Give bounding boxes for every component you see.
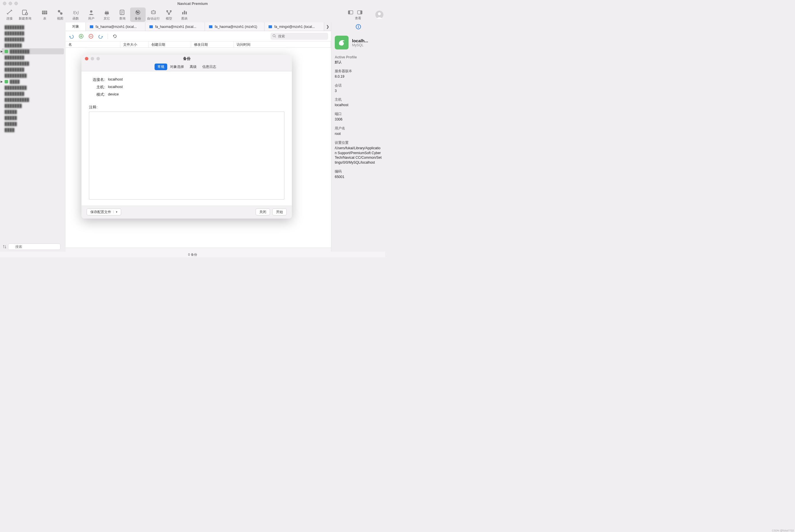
sidebar-item[interactable]: ████████ — [2, 54, 64, 60]
backup-dialog: 备份 常规 对象选择 高级 信息日志 连接名:localhost 主机:loca… — [82, 55, 292, 218]
dialog-title: 备份 — [183, 56, 191, 61]
info-value: root — [335, 131, 382, 136]
tool-chart[interactable]: 图表 — [177, 7, 192, 22]
info-value: /Users/fukai/Library/Application Support… — [335, 146, 382, 165]
tool-backup[interactable]: 备份 — [130, 7, 146, 22]
tool-connection[interactable]: 连接 — [2, 7, 17, 22]
col-name[interactable]: 名 — [66, 41, 120, 48]
tab[interactable]: fa_mingxi@mzxh1 (local... — [265, 22, 324, 31]
svg-text:f(x): f(x) — [73, 11, 79, 15]
tabbar: 对象 fa_haoma@mzxh1 (local... fa_haoma@mzx… — [66, 22, 331, 31]
sidebar-item[interactable]: ▶████████ — [2, 48, 64, 54]
sidebar-item[interactable]: █████████ — [2, 84, 64, 91]
svg-rect-20 — [348, 11, 350, 14]
tool-other[interactable]: 其它 — [99, 7, 114, 22]
panel-left-icon[interactable] — [346, 9, 355, 16]
sidebar-item[interactable]: █████████ — [2, 73, 64, 78]
sidebar-search-input[interactable] — [8, 244, 60, 250]
horizontal-scrollbar[interactable] — [66, 248, 331, 252]
col-created[interactable]: 创建日期 — [148, 41, 191, 48]
user-avatar-icon[interactable] — [375, 11, 383, 19]
tab[interactable]: fa_haoma@mzxh1 (local... — [86, 22, 145, 31]
info-value: 默认 — [335, 60, 382, 65]
tab[interactable]: fa_haoma@mzxh1 (local... — [145, 22, 205, 31]
svg-rect-2 — [42, 11, 47, 14]
info-value: localhost — [335, 103, 382, 108]
start-button[interactable]: 开始 — [272, 208, 287, 215]
tool-view[interactable]: 视图 — [52, 7, 68, 22]
sidebar-item[interactable]: ████████ — [2, 30, 64, 36]
sidebar-item[interactable]: █████ — [2, 109, 64, 115]
info-value: 65001 — [335, 174, 382, 179]
window-zoom-icon[interactable] — [14, 2, 18, 5]
svg-point-3 — [58, 10, 60, 12]
table-icon — [209, 24, 213, 29]
tool-query[interactable]: 查询 — [114, 7, 130, 22]
svg-point-6 — [90, 11, 92, 13]
tab-overflow-icon[interactable]: ❯ — [324, 22, 331, 31]
sidebar-item[interactable]: ████████ — [2, 66, 64, 73]
expand-icon[interactable]: ▶ — [1, 50, 5, 53]
tool-new-query[interactable]: 新建查询 — [17, 7, 33, 22]
tool-model[interactable]: 模型 — [161, 7, 177, 22]
dialog-tab-objects[interactable]: 对象选择 — [167, 63, 187, 70]
dialog-tab-general[interactable]: 常规 — [155, 63, 167, 70]
sidebar-item[interactable]: ████████ — [2, 36, 64, 42]
window-close-icon[interactable] — [3, 2, 6, 5]
tool-function[interactable]: f(x)函数 — [68, 7, 84, 22]
svg-rect-18 — [186, 12, 187, 14]
sort-icon[interactable] — [3, 245, 6, 249]
svg-rect-14 — [170, 11, 171, 12]
add-icon[interactable] — [78, 33, 84, 39]
col-accessed[interactable]: 访问时间 — [234, 41, 331, 48]
dialog-close-icon[interactable] — [85, 57, 88, 60]
dialog-tab-log[interactable]: 信息日志 — [199, 63, 219, 70]
view-label: 查看 — [355, 16, 361, 20]
tool-table[interactable]: 表 — [37, 7, 52, 22]
sidebar-item[interactable]: ████ — [2, 127, 64, 133]
panel-right-icon[interactable] — [356, 9, 364, 16]
statusbar: 0 备份 — [0, 252, 385, 258]
save-profile-button[interactable]: 保存配置文件 — [87, 208, 121, 215]
info-label: 用户名 — [335, 126, 382, 131]
sidebar-item[interactable]: █████ — [2, 121, 64, 127]
svg-rect-16 — [182, 12, 183, 14]
sidebar-item[interactable]: ████████ — [2, 24, 64, 30]
sidebar-item[interactable]: ██████████ — [2, 97, 64, 103]
window-minimize-icon[interactable] — [8, 2, 12, 5]
form-label-schema: 模式: — [89, 92, 105, 97]
content-search-input[interactable] — [271, 33, 328, 40]
tool-automation[interactable]: 自动运行 — [146, 7, 161, 22]
tab[interactable]: fa_haoma@mzxh1 (mzxh1) — [205, 22, 265, 31]
svg-rect-10 — [151, 11, 156, 14]
expand-icon[interactable]: ▶ — [1, 80, 5, 83]
svg-rect-7 — [105, 12, 109, 14]
tab-objects[interactable]: 对象 — [66, 22, 86, 31]
info-label: 会话 — [335, 83, 382, 88]
sidebar-item[interactable]: ▶████ — [2, 78, 64, 84]
content-toolbar — [66, 31, 331, 41]
form-label-comment: 注释: — [89, 105, 284, 110]
close-button[interactable]: 关闭 — [256, 208, 270, 215]
tool-user[interactable]: 用户 — [84, 7, 99, 22]
sidebar-item[interactable]: ████████ — [2, 91, 64, 97]
sidebar-item[interactable]: ███████ — [2, 103, 64, 109]
undo-icon[interactable] — [69, 33, 74, 39]
svg-point-4 — [60, 12, 62, 15]
form-value-connection: localhost — [108, 77, 123, 82]
sidebar-item[interactable]: ███████ — [2, 42, 64, 48]
table-icon — [149, 24, 153, 29]
svg-point-33 — [358, 25, 358, 26]
refresh-icon[interactable] — [112, 33, 118, 39]
svg-point-12 — [154, 12, 155, 13]
info-icon[interactable] — [356, 24, 361, 30]
redo-icon[interactable] — [98, 33, 104, 39]
comment-textarea[interactable] — [89, 112, 284, 200]
remove-icon[interactable] — [88, 33, 94, 39]
col-size[interactable]: 文件大小 — [120, 41, 148, 48]
sidebar-item[interactable]: ██████████ — [2, 60, 64, 66]
table-icon — [89, 24, 94, 29]
dialog-tab-advanced[interactable]: 高级 — [187, 63, 199, 70]
sidebar-item[interactable]: █████ — [2, 115, 64, 121]
col-modified[interactable]: 修改日期 — [191, 41, 234, 48]
